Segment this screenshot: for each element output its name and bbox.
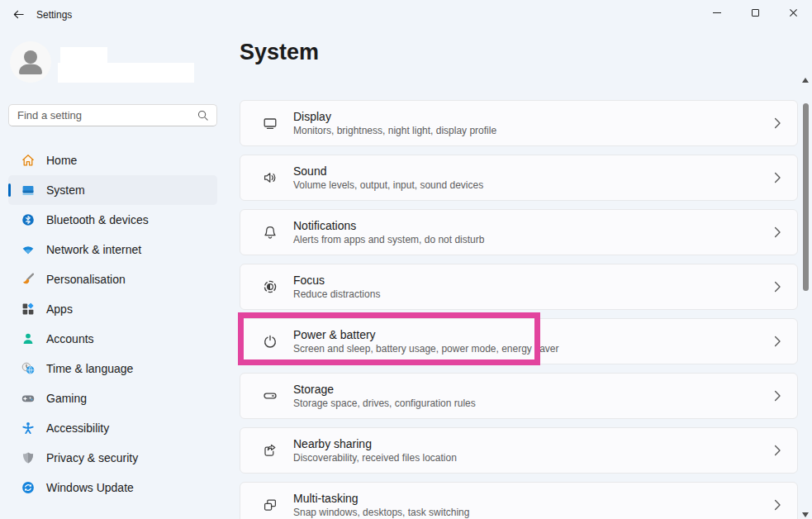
sidebar-item-label: Bluetooth & devices bbox=[46, 213, 149, 226]
chevron-right-icon bbox=[769, 388, 786, 404]
accounts-icon bbox=[21, 332, 35, 345]
window-title: Settings bbox=[36, 9, 72, 21]
privacy-security-icon bbox=[21, 451, 35, 464]
sidebar-item-accessibility[interactable]: Accessibility bbox=[8, 413, 217, 443]
close-button[interactable] bbox=[774, 0, 812, 26]
sidebar-item-apps[interactable]: Apps bbox=[8, 294, 217, 324]
settings-row-subtitle: Volume levels, output, input, sound devi… bbox=[293, 179, 769, 191]
settings-row-title: Storage bbox=[293, 383, 769, 396]
sidebar-item-network-and-internet[interactable]: Network & internet bbox=[8, 235, 217, 264]
settings-row-title: Nearby sharing bbox=[293, 437, 769, 450]
sidebar-item-label: Gaming bbox=[46, 392, 87, 405]
sidebar-item-label: Personalisation bbox=[46, 273, 126, 286]
sidebar-item-label: Windows Update bbox=[46, 481, 134, 494]
apps-icon bbox=[21, 302, 35, 316]
chevron-right-icon bbox=[769, 333, 786, 350]
sidebar-item-personalisation[interactable]: Personalisation bbox=[8, 264, 217, 294]
person-icon bbox=[10, 41, 51, 83]
settings-row-title: Multi-tasking bbox=[293, 492, 769, 505]
settings-row-subtitle: Monitors, brightness, night light, displ… bbox=[293, 125, 769, 136]
settings-rows: Display Monitors, brightness, night ligh… bbox=[240, 100, 798, 519]
settings-row-title: Display bbox=[293, 110, 769, 123]
network-icon bbox=[21, 243, 35, 256]
time-language-icon bbox=[21, 362, 35, 375]
sidebar-item-privacy-and-security[interactable]: Privacy & security bbox=[8, 443, 217, 473]
sidebar-item-label: Accessibility bbox=[46, 421, 109, 435]
settings-row-subtitle: Screen and sleep, battery usage, power m… bbox=[293, 343, 769, 355]
settings-row-focus[interactable]: Focus Reduce distractions bbox=[240, 264, 798, 310]
chevron-right-icon bbox=[769, 442, 786, 459]
redacted-name-box bbox=[60, 47, 107, 63]
scrollbar-thumb[interactable] bbox=[803, 103, 809, 291]
sidebar-item-bluetooth-and-devices[interactable]: Bluetooth & devices bbox=[8, 205, 217, 235]
redacted-email-box bbox=[58, 63, 194, 83]
maximize-icon bbox=[752, 9, 759, 17]
multitasking-icon bbox=[262, 497, 278, 513]
settings-row-title: Power & battery bbox=[293, 328, 769, 341]
settings-row-subtitle: Reduce distractions bbox=[293, 288, 769, 300]
settings-row-nearby-sharing[interactable]: Nearby sharing Discoverability, received… bbox=[240, 427, 798, 474]
settings-row-subtitle: Snap windows, desktops, task switching bbox=[293, 507, 769, 518]
settings-row-power-and-battery[interactable]: Power & battery Screen and sleep, batter… bbox=[240, 318, 798, 364]
settings-row-subtitle: Discoverability, received files location bbox=[293, 452, 769, 464]
sidebar-item-windows-update[interactable]: Windows Update bbox=[8, 473, 217, 502]
settings-row-notifications[interactable]: Notifications Alerts from apps and syste… bbox=[240, 209, 798, 255]
sidebar-item-label: Accounts bbox=[46, 332, 94, 345]
chevron-right-icon bbox=[769, 169, 786, 186]
titlebar: Settings bbox=[0, 0, 812, 28]
sidebar-item-label: Privacy & security bbox=[46, 451, 138, 464]
gaming-icon bbox=[21, 392, 35, 405]
display-icon bbox=[262, 115, 278, 131]
settings-row-title: Sound bbox=[293, 164, 769, 178]
scroll-up-icon[interactable] bbox=[802, 78, 809, 83]
sidebar-item-label: Time & language bbox=[46, 362, 133, 375]
close-icon bbox=[789, 8, 798, 17]
sidebar-item-home[interactable]: Home bbox=[8, 145, 217, 175]
sidebar-item-system[interactable]: System bbox=[8, 175, 217, 205]
windows-update-icon bbox=[21, 481, 35, 494]
focus-icon bbox=[262, 279, 278, 295]
sidebar-nav: Home System Bluetooth & devices Network … bbox=[8, 145, 217, 502]
nearby-sharing-icon bbox=[262, 442, 278, 459]
settings-row-title: Focus bbox=[293, 274, 769, 287]
search-input[interactable] bbox=[9, 105, 197, 126]
storage-icon bbox=[262, 388, 278, 404]
avatar[interactable] bbox=[10, 41, 51, 83]
sidebar-item-time-and-language[interactable]: Time & language bbox=[8, 354, 217, 383]
sidebar-item-label: System bbox=[46, 183, 85, 197]
personalisation-icon bbox=[21, 273, 35, 286]
settings-row-multi-tasking[interactable]: Multi-tasking Snap windows, desktops, ta… bbox=[240, 482, 798, 519]
page-title: System bbox=[240, 40, 319, 65]
settings-row-subtitle: Alerts from apps and system, do not dist… bbox=[293, 234, 769, 245]
sidebar-item-accounts[interactable]: Accounts bbox=[8, 324, 217, 354]
settings-row-title: Notifications bbox=[293, 219, 769, 232]
search-box[interactable] bbox=[8, 104, 217, 126]
window-controls bbox=[698, 0, 812, 26]
accessibility-icon bbox=[21, 421, 35, 435]
sidebar-item-label: Apps bbox=[46, 302, 73, 316]
sidebar-item-gaming[interactable]: Gaming bbox=[8, 383, 217, 413]
back-button[interactable] bbox=[7, 4, 30, 24]
bluetooth-icon bbox=[21, 213, 35, 226]
sound-icon bbox=[262, 169, 278, 186]
back-arrow-icon bbox=[12, 8, 25, 21]
chevron-right-icon bbox=[769, 115, 786, 131]
notifications-icon bbox=[262, 224, 278, 240]
system-icon bbox=[21, 183, 35, 197]
settings-row-storage[interactable]: Storage Storage space, drives, configura… bbox=[240, 373, 798, 419]
minimize-icon bbox=[713, 12, 721, 13]
settings-row-sound[interactable]: Sound Volume levels, output, input, soun… bbox=[240, 155, 798, 201]
chevron-right-icon bbox=[769, 497, 786, 513]
home-icon bbox=[21, 154, 35, 167]
sidebar-item-label: Home bbox=[46, 154, 77, 167]
settings-row-display[interactable]: Display Monitors, brightness, night ligh… bbox=[240, 100, 798, 146]
chevron-right-icon bbox=[769, 224, 786, 240]
settings-row-subtitle: Storage space, drives, configuration rul… bbox=[293, 398, 769, 409]
scroll-down-icon[interactable] bbox=[802, 512, 809, 517]
minimize-button[interactable] bbox=[698, 0, 736, 26]
power-icon bbox=[262, 333, 278, 350]
sidebar-item-label: Network & internet bbox=[46, 243, 141, 256]
maximize-button[interactable] bbox=[736, 0, 774, 26]
search-icon bbox=[197, 109, 209, 121]
chevron-right-icon bbox=[769, 279, 786, 295]
